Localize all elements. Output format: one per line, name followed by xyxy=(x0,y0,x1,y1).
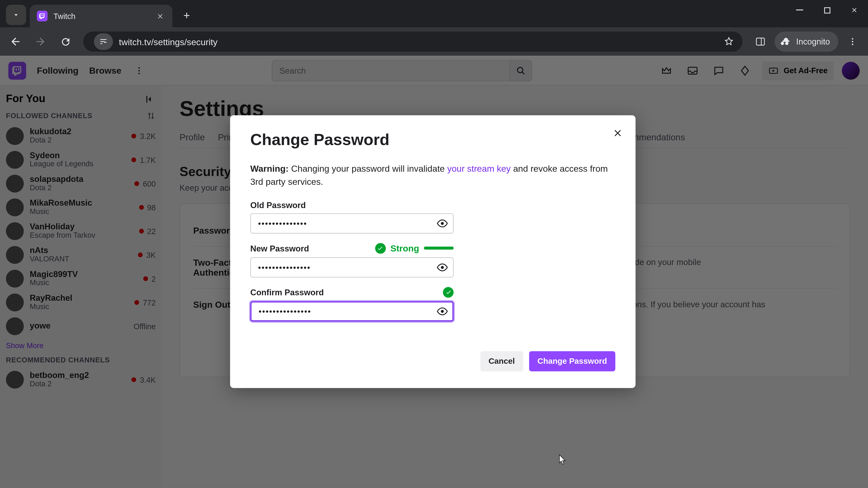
window-maximize-button[interactable] xyxy=(813,0,841,20)
tab-title: Twitch xyxy=(54,11,149,20)
svg-rect-0 xyxy=(796,9,803,10)
reload-icon xyxy=(60,36,71,47)
tab-search-button[interactable] xyxy=(6,5,26,25)
svg-point-15 xyxy=(441,222,444,225)
stream-key-link[interactable]: your stream key xyxy=(447,163,511,173)
eye-icon xyxy=(436,261,448,273)
browser-tab[interactable]: Twitch xyxy=(30,5,173,27)
window-minimize-button[interactable] xyxy=(786,0,813,20)
toggle-visibility-button[interactable] xyxy=(436,217,449,230)
arrow-left-icon xyxy=(9,36,22,48)
svg-point-6 xyxy=(852,43,853,45)
svg-rect-1 xyxy=(824,7,830,13)
side-panel-button[interactable] xyxy=(750,31,771,53)
kebab-icon xyxy=(848,37,857,46)
arrow-right-icon xyxy=(35,36,46,48)
incognito-label: Incognito xyxy=(796,37,830,46)
svg-point-16 xyxy=(441,266,444,269)
toggle-visibility-button[interactable] xyxy=(436,260,449,273)
old-password-input[interactable] xyxy=(250,213,454,233)
tab-strip: Twitch xyxy=(0,0,868,27)
change-password-modal: Change Password Warning: Changing your p… xyxy=(230,115,636,388)
password-strength: Strong xyxy=(375,242,454,253)
maximize-icon xyxy=(824,7,830,13)
change-password-button[interactable]: Change Password xyxy=(529,351,615,371)
svg-point-5 xyxy=(852,41,853,42)
strength-bar xyxy=(424,247,454,250)
eye-icon xyxy=(436,305,448,317)
new-tab-button[interactable] xyxy=(178,7,195,24)
incognito-icon xyxy=(781,36,792,47)
page-viewport: Following Browse Get Ad-Free xyxy=(0,56,868,488)
modal-close-button[interactable] xyxy=(608,124,627,142)
omnibox[interactable]: twitch.tv/settings/security xyxy=(83,31,743,52)
chevron-down-icon xyxy=(12,11,20,19)
url-text: twitch.tv/settings/security xyxy=(119,37,718,47)
check-circle-icon xyxy=(443,287,454,297)
close-icon xyxy=(156,12,164,20)
new-password-input[interactable] xyxy=(250,257,454,277)
plus-icon xyxy=(182,11,191,20)
panel-icon xyxy=(755,36,766,47)
minimize-icon xyxy=(796,6,803,14)
new-password-label: New Password xyxy=(250,243,309,253)
nav-reload-button[interactable] xyxy=(55,31,76,53)
browser-chrome: Twitch twitch.tv/settings/security xyxy=(0,0,868,56)
modal-warning: Warning: Changing your password will inv… xyxy=(250,162,615,188)
check-circle-icon xyxy=(375,242,385,253)
window-close-button[interactable] xyxy=(841,0,868,20)
confirm-password-input[interactable] xyxy=(250,301,454,321)
modal-title: Change Password xyxy=(250,131,615,149)
nav-forward-button[interactable] xyxy=(30,31,51,53)
confirm-password-field: Confirm Password xyxy=(250,287,454,321)
close-icon xyxy=(612,128,623,138)
toggle-visibility-button[interactable] xyxy=(436,304,449,318)
window-controls xyxy=(786,0,868,20)
eye-icon xyxy=(436,217,448,229)
svg-point-4 xyxy=(852,38,853,39)
old-password-label: Old Password xyxy=(250,200,306,209)
tune-icon xyxy=(99,37,107,46)
incognito-indicator[interactable]: Incognito xyxy=(775,31,838,52)
svg-point-17 xyxy=(441,310,444,313)
close-icon xyxy=(851,6,858,14)
cancel-button[interactable]: Cancel xyxy=(480,351,523,371)
tab-close-button[interactable] xyxy=(155,11,165,21)
confirm-password-label: Confirm Password xyxy=(250,287,324,297)
old-password-field: Old Password xyxy=(250,200,454,233)
star-icon[interactable] xyxy=(723,36,734,47)
browser-menu-button[interactable] xyxy=(842,31,863,53)
strength-label: Strong xyxy=(391,243,419,253)
modal-actions: Cancel Change Password xyxy=(250,351,615,371)
address-bar: twitch.tv/settings/security Incognito xyxy=(0,27,868,56)
svg-rect-2 xyxy=(756,38,765,45)
site-info-button[interactable] xyxy=(94,33,113,50)
nav-back-button[interactable] xyxy=(5,31,26,53)
new-password-field: New Password Strong xyxy=(250,242,454,277)
twitch-favicon xyxy=(37,11,48,21)
